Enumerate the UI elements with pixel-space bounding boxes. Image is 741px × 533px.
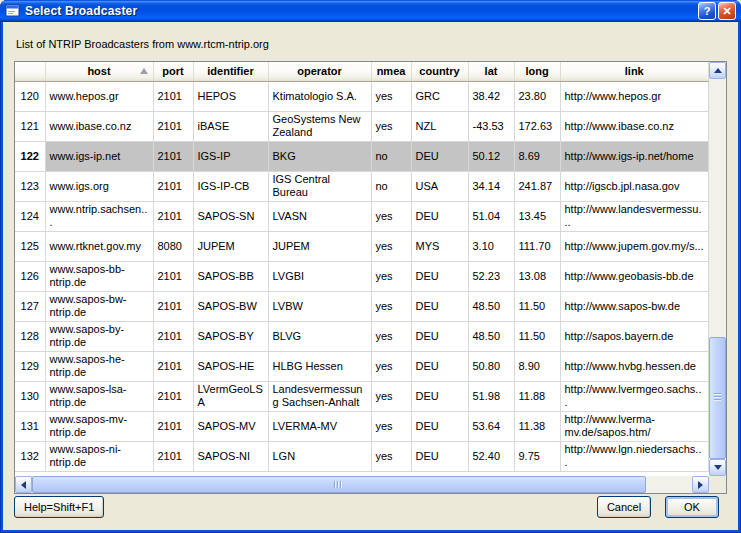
cell-link[interactable]: http://www.hvbg.hessen.de bbox=[560, 351, 709, 381]
cell-long[interactable]: 13.08 bbox=[514, 261, 560, 291]
cell-long[interactable]: 111.70 bbox=[514, 231, 560, 261]
row-header[interactable]: 132 bbox=[15, 441, 45, 471]
table-row[interactable]: 132www.sapos-ni-ntrip.de2101SAPOS-NILGNy… bbox=[15, 441, 709, 471]
cell-long[interactable]: 11.50 bbox=[514, 321, 560, 351]
table-row[interactable]: 125www.rtknet.gov.my8080JUPEMJUPEMyesMYS… bbox=[15, 231, 709, 261]
cell-host[interactable]: www.sapos-he-ntrip.de bbox=[45, 351, 153, 381]
cell-nmea[interactable]: yes bbox=[371, 381, 411, 411]
row-header[interactable]: 130 bbox=[15, 381, 45, 411]
cell-identifier[interactable]: SAPOS-BB bbox=[193, 261, 268, 291]
table-row[interactable]: 122www.igs-ip.net2101IGS-IPBKGnoDEU50.12… bbox=[15, 141, 709, 171]
cell-identifier[interactable]: SAPOS-BW bbox=[193, 291, 268, 321]
close-button[interactable]: ✕ bbox=[718, 2, 736, 20]
row-header[interactable]: 121 bbox=[15, 111, 45, 141]
row-header[interactable]: 120 bbox=[15, 81, 45, 111]
cell-country[interactable]: DEU bbox=[411, 321, 468, 351]
vertical-scroll-track[interactable] bbox=[709, 79, 726, 459]
cell-lat[interactable]: 3.10 bbox=[468, 231, 514, 261]
column-header-lat[interactable]: lat bbox=[468, 62, 514, 81]
table-row[interactable]: 121www.ibase.co.nz2101iBASEGeoSystems Ne… bbox=[15, 111, 709, 141]
cell-host[interactable]: www.hepos.gr bbox=[45, 81, 153, 111]
cell-country[interactable]: GRC bbox=[411, 81, 468, 111]
cell-lat[interactable]: 48.50 bbox=[468, 291, 514, 321]
cell-operator[interactable]: LVBW bbox=[268, 291, 371, 321]
table-row[interactable]: 128www.sapos-by-ntrip.de2101SAPOS-BYBLVG… bbox=[15, 321, 709, 351]
cell-identifier[interactable]: SAPOS-NI bbox=[193, 441, 268, 471]
cell-lat[interactable]: -43.53 bbox=[468, 111, 514, 141]
cell-country[interactable]: DEU bbox=[411, 381, 468, 411]
cell-country[interactable]: MYS bbox=[411, 231, 468, 261]
cell-country[interactable]: DEU bbox=[411, 441, 468, 471]
cell-link[interactable]: http://www.hepos.gr bbox=[560, 81, 709, 111]
cell-identifier[interactable]: IGS-IP-CB bbox=[193, 171, 268, 201]
scroll-up-button[interactable] bbox=[709, 62, 726, 79]
cell-operator[interactable]: JUPEM bbox=[268, 231, 371, 261]
cell-port[interactable]: 2101 bbox=[153, 351, 193, 381]
table-row[interactable]: 123www.igs.org2101IGS-IP-CBIGS Central B… bbox=[15, 171, 709, 201]
cell-host[interactable]: www.sapos-ni-ntrip.de bbox=[45, 441, 153, 471]
table-row[interactable]: 127www.sapos-bw-ntrip.de2101SAPOS-BWLVBW… bbox=[15, 291, 709, 321]
cell-identifier[interactable]: SAPOS-BY bbox=[193, 321, 268, 351]
cell-nmea[interactable]: yes bbox=[371, 351, 411, 381]
cell-long[interactable]: 23.80 bbox=[514, 81, 560, 111]
cell-port[interactable]: 8080 bbox=[153, 231, 193, 261]
cell-port[interactable]: 2101 bbox=[153, 81, 193, 111]
cell-long[interactable]: 241.87 bbox=[514, 171, 560, 201]
cell-port[interactable]: 2101 bbox=[153, 321, 193, 351]
cell-operator[interactable]: GeoSystems New Zealand bbox=[268, 111, 371, 141]
cell-host[interactable]: www.sapos-by-ntrip.de bbox=[45, 321, 153, 351]
cell-link[interactable]: http://www.sapos-bw.de bbox=[560, 291, 709, 321]
column-header-identifier[interactable]: identifier bbox=[193, 62, 268, 81]
cell-long[interactable]: 172.63 bbox=[514, 111, 560, 141]
cell-identifier[interactable]: SAPOS-SN bbox=[193, 201, 268, 231]
table-row[interactable]: 131www.sapos-mv-ntrip.de2101SAPOS-MVLVER… bbox=[15, 411, 709, 441]
table-row[interactable]: 120www.hepos.gr2101HEPOSKtimatologio S.A… bbox=[15, 81, 709, 111]
cell-long[interactable]: 9.75 bbox=[514, 441, 560, 471]
cell-identifier[interactable]: JUPEM bbox=[193, 231, 268, 261]
cell-identifier[interactable]: SAPOS-HE bbox=[193, 351, 268, 381]
table-row[interactable]: 126www.sapos-bb-ntrip.de2101SAPOS-BBLVGB… bbox=[15, 261, 709, 291]
column-header-host[interactable]: host bbox=[45, 62, 153, 81]
cell-nmea[interactable]: no bbox=[371, 171, 411, 201]
row-header[interactable]: 126 bbox=[15, 261, 45, 291]
cell-nmea[interactable]: yes bbox=[371, 261, 411, 291]
cell-operator[interactable]: Landesvermessung Sachsen-Anhalt bbox=[268, 381, 371, 411]
row-header[interactable]: 129 bbox=[15, 351, 45, 381]
cell-link[interactable]: http://sapos.bayern.de bbox=[560, 321, 709, 351]
column-header-nmea[interactable]: nmea bbox=[371, 62, 411, 81]
cell-lat[interactable]: 52.40 bbox=[468, 441, 514, 471]
cell-port[interactable]: 2101 bbox=[153, 291, 193, 321]
cell-operator[interactable]: LVASN bbox=[268, 201, 371, 231]
cell-port[interactable]: 2101 bbox=[153, 261, 193, 291]
cell-host[interactable]: www.rtknet.gov.my bbox=[45, 231, 153, 261]
cell-identifier[interactable]: iBASE bbox=[193, 111, 268, 141]
cell-port[interactable]: 2101 bbox=[153, 201, 193, 231]
table-row[interactable]: 130www.sapos-lsa-ntrip.de2101LVermGeoLSA… bbox=[15, 381, 709, 411]
cell-country[interactable]: DEU bbox=[411, 201, 468, 231]
cell-host[interactable]: www.ibase.co.nz bbox=[45, 111, 153, 141]
cell-identifier[interactable]: LVermGeoLSA bbox=[193, 381, 268, 411]
cell-long[interactable]: 11.50 bbox=[514, 291, 560, 321]
cell-lat[interactable]: 50.12 bbox=[468, 141, 514, 171]
cell-long[interactable]: 8.90 bbox=[514, 351, 560, 381]
cell-country[interactable]: DEU bbox=[411, 261, 468, 291]
row-header[interactable]: 127 bbox=[15, 291, 45, 321]
vertical-scrollbar[interactable] bbox=[709, 62, 726, 476]
row-header[interactable]: 125 bbox=[15, 231, 45, 261]
titlebar[interactable]: Select Broadcaster ? ✕ bbox=[0, 0, 741, 22]
cell-lat[interactable]: 53.64 bbox=[468, 411, 514, 441]
cell-operator[interactable]: HLBG Hessen bbox=[268, 351, 371, 381]
help-shortcut-button[interactable]: Help=Shift+F1 bbox=[14, 496, 104, 518]
cell-long[interactable]: 8.69 bbox=[514, 141, 560, 171]
column-header-port[interactable]: port bbox=[153, 62, 193, 81]
cell-nmea[interactable]: yes bbox=[371, 321, 411, 351]
cell-country[interactable]: DEU bbox=[411, 351, 468, 381]
cell-lat[interactable]: 51.04 bbox=[468, 201, 514, 231]
cell-link[interactable]: http://www.landesvermessu... bbox=[560, 201, 709, 231]
cell-port[interactable]: 2101 bbox=[153, 171, 193, 201]
cell-operator[interactable]: BLVG bbox=[268, 321, 371, 351]
column-header-num[interactable] bbox=[15, 62, 45, 81]
ok-button[interactable]: OK bbox=[665, 496, 719, 518]
horizontal-scroll-thumb[interactable] bbox=[32, 476, 646, 493]
cell-country[interactable]: DEU bbox=[411, 411, 468, 441]
